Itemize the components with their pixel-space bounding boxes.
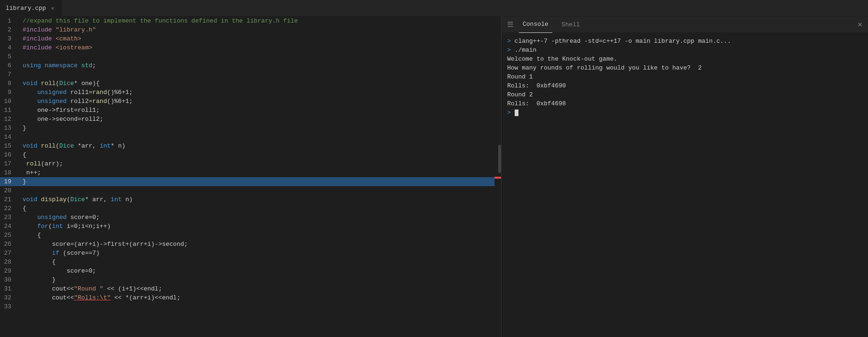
table-row: 7 <box>0 70 494 79</box>
terminal-line: Rolls: 0xbf4698 <box>507 99 862 108</box>
table-row: 20 <box>0 186 494 195</box>
code-line: roll(arr); <box>19 159 494 168</box>
code-line: { <box>19 204 494 213</box>
table-row: 33 <box>0 302 494 311</box>
terminal-command: ./main <box>515 47 537 54</box>
terminal-line: How many rounds of rolling would you lik… <box>507 63 862 72</box>
code-line <box>19 52 494 61</box>
line-number: 18 <box>0 168 19 177</box>
code-line: unsigned roll2=rand()%6+1; <box>19 97 494 106</box>
terminal-output: Round 1 <box>507 73 533 80</box>
table-row: 18 n++; <box>0 168 494 177</box>
table-row: 21void display(Dice* arr, int n) <box>0 195 494 204</box>
line-number: 15 <box>0 141 19 150</box>
terminal-output: Rolls: 0xbf4690 <box>507 82 566 89</box>
code-line: score=0; <box>19 266 494 275</box>
table-row: 19} <box>0 177 494 186</box>
line-number: 30 <box>0 275 19 284</box>
table-row: 26 score=(arr+i)->first+(arr+i)->second; <box>0 240 494 249</box>
table-row: 2#include "library.h" <box>0 25 494 34</box>
line-number: 2 <box>0 25 19 34</box>
code-line <box>19 302 494 311</box>
code-line: } <box>19 124 494 133</box>
terminal-body[interactable]: > clang++-7 -pthread -std=c++17 -o main … <box>502 33 868 337</box>
line-number: 5 <box>0 52 19 61</box>
line-number: 12 <box>0 115 19 124</box>
code-line: cout<<"Rolls:\t" << *(arr+i)<<endl; <box>19 293 494 302</box>
line-number: 17 <box>0 159 19 168</box>
table-row: 6using namespace std; <box>0 61 494 70</box>
table-row: 16{ <box>0 150 494 159</box>
code-line <box>19 186 494 195</box>
table-row: 4#include <iostream> <box>0 43 494 52</box>
table-row: 23 unsigned score=0; <box>0 213 494 222</box>
terminal-output: Welcome to the Knock-out game. <box>507 55 617 63</box>
line-number: 29 <box>0 266 19 275</box>
line-number: 20 <box>0 186 19 195</box>
scrollbar-thumb[interactable] <box>498 145 501 173</box>
code-line <box>19 133 494 141</box>
line-number: 3 <box>0 34 19 43</box>
tab-console[interactable]: Console <box>519 16 552 33</box>
code-line: { <box>19 231 494 240</box>
line-number: 10 <box>0 97 19 106</box>
table-row: 30 } <box>0 275 494 284</box>
table-row: 12 one->second=roll2; <box>0 115 494 124</box>
code-line: #include <cmath> <box>19 34 494 43</box>
table-row: 10 unsigned roll2=rand()%6+1; <box>0 97 494 106</box>
line-number: 24 <box>0 222 19 231</box>
line-number: 33 <box>0 302 19 311</box>
table-row: 3#include <cmath> <box>0 34 494 43</box>
table-row: 17 roll(arr); <box>0 159 494 168</box>
table-row: 22{ <box>0 204 494 213</box>
line-number: 19 <box>0 177 19 186</box>
code-line: } <box>19 177 494 186</box>
terminal-line: > ./main <box>507 46 862 55</box>
line-number: 28 <box>0 258 19 266</box>
code-line: unsigned roll1=rand()%6+1; <box>19 88 494 97</box>
table-row: 15void roll(Dice *arr, int* n) <box>0 141 494 150</box>
line-number: 32 <box>0 293 19 302</box>
tab-shell[interactable]: Shell <box>558 16 584 33</box>
scrollbar-error-marker <box>494 177 501 179</box>
terminal-close-button[interactable]: ✕ <box>858 20 862 29</box>
tab-close-button[interactable]: ✕ <box>49 4 56 12</box>
line-number: 22 <box>0 204 19 213</box>
table-row: 24 for(int i=0;i<n;i++) <box>0 222 494 231</box>
code-line: n++; <box>19 168 494 177</box>
code-line: for(int i=0;i<n;i++) <box>19 222 494 231</box>
code-line: score=(arr+i)->first+(arr+i)->second; <box>19 240 494 249</box>
code-table: 1//expand this file to implement the fun… <box>0 16 494 311</box>
table-row: 1//expand this file to implement the fun… <box>0 16 494 25</box>
line-number: 14 <box>0 133 19 141</box>
code-line: #include "library.h" <box>19 25 494 34</box>
terminal-cursor <box>515 110 518 116</box>
table-row: 32 cout<<"Rolls:\t" << *(arr+i)<<endl; <box>0 293 494 302</box>
table-row: 27 if (score==7) <box>0 249 494 258</box>
editor-scrollbar[interactable] <box>494 16 501 337</box>
code-line: void display(Dice* arr, int n) <box>19 195 494 204</box>
main-area: 1//expand this file to implement the fun… <box>0 16 868 337</box>
terminal-command: clang++-7 -pthread -std=c++17 -o main li… <box>515 38 731 45</box>
tab-label: library.cpp <box>6 5 46 12</box>
table-row: 11 one->first=roll1; <box>0 106 494 115</box>
line-number: 6 <box>0 61 19 70</box>
terminal-line: Welcome to the Knock-out game. <box>507 55 862 63</box>
code-line: void roll(Dice *arr, int* n) <box>19 141 494 150</box>
tab-bar: library.cpp ✕ <box>0 0 868 16</box>
terminal-line: Round 1 <box>507 72 862 81</box>
terminal-line: > clang++-7 -pthread -std=c++17 -o main … <box>507 37 862 46</box>
code-line <box>19 70 494 79</box>
code-line: cout<<"Round " << (i+1)<<endl; <box>19 284 494 293</box>
table-row: 8void roll(Dice* one){ <box>0 79 494 88</box>
tab-library-cpp[interactable]: library.cpp ✕ <box>0 0 63 16</box>
editor-pane[interactable]: 1//expand this file to implement the fun… <box>0 16 494 337</box>
terminal-menu-icon[interactable]: ☰ <box>507 20 513 29</box>
terminal-prompt: > <box>507 38 515 45</box>
line-number: 26 <box>0 240 19 249</box>
line-number: 23 <box>0 213 19 222</box>
table-row: 25 { <box>0 231 494 240</box>
code-line: void roll(Dice* one){ <box>19 79 494 88</box>
code-line: one->second=roll2; <box>19 115 494 124</box>
terminal-line: > <box>507 108 862 117</box>
